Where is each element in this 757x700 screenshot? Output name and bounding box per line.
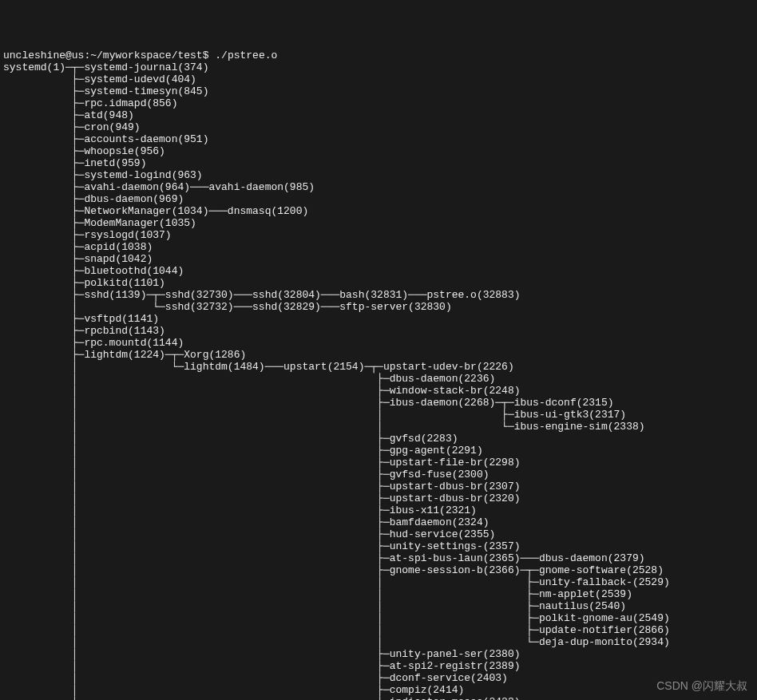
prompt-user: uncleshine@us bbox=[3, 49, 84, 61]
pstree-output: systemd(1)─┬─systemd-journal(374) ├─syst… bbox=[3, 61, 754, 700]
prompt-command[interactable]: ./pstree.o bbox=[215, 49, 277, 61]
watermark: CSDN @闪耀大叔 bbox=[656, 680, 747, 692]
prompt-symbol: $ bbox=[203, 49, 209, 61]
prompt-path: ~/myworkspace/test bbox=[90, 49, 202, 61]
